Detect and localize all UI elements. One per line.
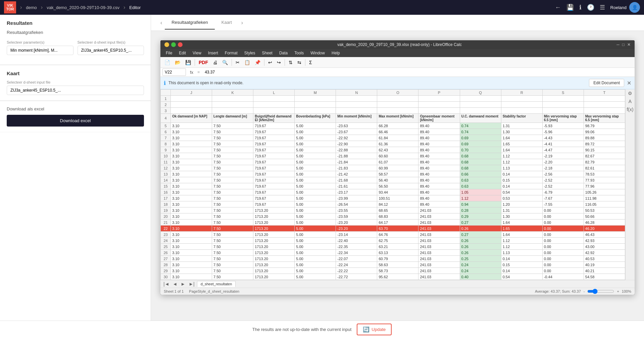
lo-cut-btn[interactable]: ✂ [234,58,242,66]
table-cell[interactable]: 5.00 [295,195,336,201]
table-cell[interactable]: -4.41 [542,141,584,147]
table-cell-empty[interactable] [253,96,295,102]
table-cell[interactable]: -21.84 [336,159,377,165]
table-cell[interactable]: 95.62 [377,274,418,280]
table-cell[interactable]: 50.66 [584,213,625,220]
table-cell[interactable]: 7.50 [212,141,253,147]
save-icon[interactable]: 💾 [566,4,574,11]
table-cell[interactable]: 62.75 [377,238,418,244]
table-cell[interactable]: 89.40 [418,123,460,129]
table-cell[interactable]: 1713.20 [253,207,295,213]
table-cell-empty[interactable] [295,96,336,102]
col-header-T[interactable]: T [584,90,625,96]
table-cell[interactable]: -2.20 [542,159,584,165]
lo-preview-btn[interactable]: 🔍 [220,58,230,66]
lo-menu-help[interactable]: Help [329,50,343,56]
table-cell[interactable]: 54.58 [584,274,625,280]
table-cell[interactable]: 46.43 [584,232,625,238]
table-cell[interactable]: 241.03 [418,226,460,232]
table-cell-empty[interactable] [336,102,377,108]
table-cell[interactable]: 43.00 [584,244,625,250]
table-cell[interactable]: 1713.20 [253,232,295,238]
row-header-6[interactable]: 6 [161,129,171,135]
table-cell[interactable]: 46.20 [584,226,625,232]
table-cell[interactable]: 719.67 [253,147,295,153]
table-cell[interactable]: 0.74 [460,123,501,129]
lo-titlebar-restore-icon[interactable]: □ [622,42,625,47]
table-cell[interactable]: 7.50 [212,207,253,213]
table-cell[interactable]: 7.50 [212,213,253,220]
table-cell[interactable]: 0.00 [542,250,584,256]
table-cell[interactable]: -23.14 [336,232,377,238]
table-cell-empty[interactable] [542,102,584,108]
table-cell[interactable]: 0.54 [501,189,542,195]
table-cell[interactable]: 719.67 [253,171,295,177]
table-cell[interactable]: 0.27 [460,220,501,226]
table-cell[interactable]: 1713.20 [253,220,295,226]
table-cell[interactable]: 0.24 [460,262,501,268]
row-header-10[interactable]: 10 [161,153,171,159]
table-cell[interactable]: 5.00 [295,165,336,171]
table-cell[interactable]: 66.28 [377,123,418,129]
table-cell[interactable]: 241.03 [418,238,460,244]
table-cell[interactable]: 0.15 [501,177,542,183]
table-cell[interactable]: 7.50 [212,268,253,274]
table-cell[interactable]: 0.00 [542,213,584,220]
table-cell-empty[interactable] [377,102,418,108]
tab-resultaatgrafieken[interactable]: Resultaatgrafieken [165,16,214,30]
table-cell[interactable]: 1.64 [501,232,542,238]
table-cell[interactable]: 5.00 [295,232,336,238]
table-cell-empty[interactable] [460,108,501,114]
table-cell-empty[interactable] [171,108,212,114]
table-cell[interactable]: 0.63 [460,183,501,189]
table-cell[interactable]: 63.13 [377,250,418,256]
lo-new-btn[interactable]: 📄 [162,58,172,66]
back-icon[interactable]: ← [555,4,561,11]
table-cell[interactable]: 1.30 [501,129,542,135]
table-cell[interactable]: 5.00 [295,207,336,213]
table-cell[interactable]: 89.40 [418,165,460,171]
row-header-25[interactable]: 25 [161,244,171,250]
update-button[interactable]: 🔄 Update [357,324,392,335]
table-cell[interactable]: 7.50 [212,189,253,195]
table-cell[interactable]: 0.14 [501,268,542,274]
lo-zoom-slider[interactable] [587,289,614,294]
table-cell[interactable]: 78.53 [584,171,625,177]
table-cell[interactable]: 5.00 [295,262,336,268]
table-cell[interactable]: 61.07 [377,159,418,165]
row-header-15[interactable]: 15 [161,183,171,189]
nav-file[interactable]: vak_demo_2020-09-29T10-09-39.csv [47,5,119,10]
spreadsheet-container[interactable]: J K L M N O P Q R S [160,89,625,280]
table-cell[interactable]: 7.50 [212,220,253,226]
table-cell[interactable]: 1713.20 [253,250,295,256]
table-cell[interactable]: -22.35 [336,244,377,250]
table-cell[interactable]: 3.10 [171,183,212,189]
row-header-12[interactable]: 12 [161,165,171,171]
table-cell-empty[interactable] [171,96,212,102]
lo-maximize-button[interactable] [171,42,176,47]
table-cell[interactable]: 40.53 [584,256,625,262]
table-cell[interactable]: 7.50 [212,201,253,207]
table-cell[interactable]: -21.61 [336,183,377,189]
table-cell[interactable]: 99.06 [584,129,625,135]
row-header-21[interactable]: 21 [161,220,171,226]
table-cell[interactable]: 0.40 [460,274,501,280]
table-cell[interactable]: 7.50 [212,147,253,153]
table-cell[interactable]: 68.65 [377,207,418,213]
table-cell[interactable]: Bovenbelasting [kPa] [295,114,336,123]
table-cell[interactable]: -23.20 [336,220,377,226]
lo-menu-sheet[interactable]: Sheet [259,50,275,56]
row-header-8[interactable]: 8 [161,141,171,147]
table-cell[interactable]: 3.10 [171,220,212,226]
table-cell[interactable]: 0.69 [460,141,501,147]
table-cell[interactable]: 0.94 [460,201,501,207]
table-cell[interactable]: -22.40 [336,238,377,244]
table-cell[interactable]: 7.50 [212,183,253,189]
row-header-30[interactable]: 30 [161,274,171,280]
row-header-1[interactable]: 1 [161,96,171,102]
table-cell-empty[interactable] [377,96,418,102]
table-cell[interactable]: 0.00 [542,262,584,268]
table-cell[interactable]: 0.14 [501,256,542,262]
table-cell-empty[interactable] [295,108,336,114]
table-cell[interactable]: 719.67 [253,165,295,171]
